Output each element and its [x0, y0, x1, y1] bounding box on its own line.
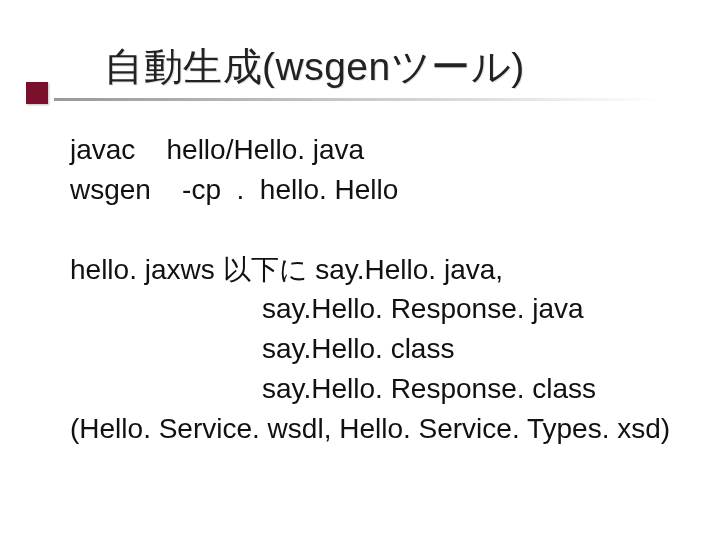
- code-line-5: say.Hello. class: [70, 329, 670, 369]
- title-underline: [54, 98, 662, 101]
- code-line-2: wsgen -cp . hello. Hello: [70, 170, 670, 210]
- code-line-4: say.Hello. Response. java: [70, 289, 670, 329]
- slide: 自動生成(wsgenツール) javac hello/Hello. java w…: [0, 0, 720, 540]
- slide-body: javac hello/Hello. java wsgen -cp . hell…: [70, 130, 670, 448]
- code-line-3: hello. jaxws 以下に say.Hello. java,: [70, 250, 670, 290]
- code-line-7: (Hello. Service. wsdl, Hello. Service. T…: [70, 409, 670, 449]
- code-line-1: javac hello/Hello. java: [70, 130, 670, 170]
- code-line-6: say.Hello. Response. class: [70, 369, 670, 409]
- blank-line: [70, 210, 670, 250]
- title-wrap: 自動生成(wsgenツール): [0, 44, 720, 91]
- slide-title: 自動生成(wsgenツール): [104, 44, 720, 91]
